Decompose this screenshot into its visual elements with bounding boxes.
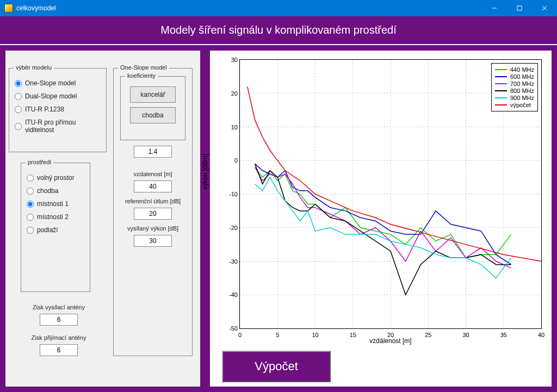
coef-corridor-button[interactable]: chodba bbox=[130, 107, 176, 123]
maximize-button[interactable] bbox=[507, 0, 532, 16]
legend-swatch bbox=[495, 90, 507, 91]
env-radio[interactable] bbox=[27, 227, 34, 234]
env-option[interactable]: chodba bbox=[27, 187, 84, 195]
model-option[interactable]: Dual-Slope model bbox=[15, 92, 101, 100]
compute-button[interactable]: Výpočet bbox=[222, 351, 331, 382]
chart-ytick: 0 bbox=[221, 157, 238, 164]
model-option[interactable]: ITU-R pro přímou viditelnost bbox=[15, 119, 101, 134]
legend-entry: 900 MHz bbox=[495, 95, 534, 101]
model-radio[interactable] bbox=[15, 93, 22, 100]
legend-label: 900 MHz bbox=[510, 95, 534, 101]
rx-gain-label: Zisk přijímací antény bbox=[21, 334, 97, 341]
distance-label: vzdalenost [m] bbox=[119, 171, 187, 177]
title-bar: celkovymodel bbox=[0, 0, 557, 16]
chart-xtick: 10 bbox=[312, 332, 318, 338]
legend-label: 800 MHz bbox=[510, 88, 534, 94]
env-radio-label: chodba bbox=[37, 187, 58, 195]
legend-swatch bbox=[495, 97, 507, 98]
legend-label: 440 MHz bbox=[510, 66, 534, 73]
chart-xtick: 5 bbox=[276, 332, 279, 338]
tx-gain-input[interactable] bbox=[40, 314, 78, 326]
model-option[interactable]: One-Slope model bbox=[15, 79, 101, 87]
chart-ytick: -40 bbox=[221, 291, 238, 298]
page-title: Modely šíření signálu v komplikovaném pr… bbox=[0, 16, 557, 45]
legend-entry: 800 MHz bbox=[495, 88, 534, 94]
refatt-input[interactable] bbox=[134, 208, 172, 220]
close-button[interactable] bbox=[532, 0, 557, 16]
txpow-label: vysílaný výkon [dB] bbox=[119, 225, 187, 232]
env-option[interactable]: místnosti 1 bbox=[27, 200, 84, 208]
chart-ytick: -10 bbox=[221, 191, 238, 197]
minimize-button[interactable] bbox=[482, 0, 507, 16]
coef-value-input[interactable] bbox=[134, 146, 172, 158]
chart-axes[interactable]: 440 MHz600 MHz700 MHz800 MHz900 MHzvýpoč… bbox=[239, 59, 542, 329]
coef-group: koeficienty kancelář chodba bbox=[120, 76, 185, 140]
env-option[interactable]: podlaží bbox=[27, 226, 84, 234]
env-radio[interactable] bbox=[27, 214, 34, 221]
content-area: výběr modelu One-Slope modelDual-Slope m… bbox=[0, 45, 557, 392]
legend-swatch bbox=[495, 83, 507, 84]
env-option[interactable]: volný prostor bbox=[27, 174, 84, 182]
chart-ytick: 20 bbox=[221, 90, 238, 97]
coef-legend: koeficienty bbox=[125, 72, 158, 79]
environment-group: prostředí volný prostorchodbamístnosti 1… bbox=[21, 163, 90, 292]
chart-xtick: 15 bbox=[350, 332, 356, 338]
env-radio[interactable] bbox=[27, 175, 34, 182]
chart-ylabel: výkon [dBm] bbox=[201, 154, 209, 190]
refatt-label: referenční útlum [dB] bbox=[119, 198, 187, 204]
distance-input[interactable] bbox=[134, 181, 172, 192]
model-option[interactable]: ITU-R P.1238 bbox=[15, 105, 101, 113]
app-icon bbox=[4, 4, 13, 13]
model-radio[interactable] bbox=[15, 123, 22, 130]
tx-gain-label: Zisk vysílací antény bbox=[21, 304, 97, 310]
chart-xtick: 35 bbox=[500, 332, 507, 338]
legend-swatch bbox=[495, 104, 507, 105]
model-radio-label: ITU-R P.1238 bbox=[25, 105, 64, 113]
model-group-legend: výběr modelu bbox=[14, 64, 54, 71]
env-radio-label: volný prostor bbox=[37, 174, 75, 182]
legend-swatch bbox=[495, 76, 507, 77]
model-radio-label: ITU-R pro přímou viditelnost bbox=[25, 119, 101, 134]
env-radio-label: podlaží bbox=[37, 226, 58, 234]
chart-ytick: 30 bbox=[221, 57, 238, 63]
txpow-input[interactable] bbox=[134, 235, 172, 247]
env-radio-label: místnosti 2 bbox=[37, 213, 69, 221]
svg-rect-1 bbox=[517, 6, 522, 10]
window-title: celkovymodel bbox=[16, 4, 482, 12]
env-radio[interactable] bbox=[27, 188, 34, 195]
chart-legend: 440 MHz600 MHz700 MHz800 MHz900 MHzvýpoč… bbox=[491, 63, 538, 111]
oneslope-legend: One-Slope model bbox=[118, 64, 169, 71]
chart-xtick: 20 bbox=[387, 332, 394, 338]
legend-label: výpočet bbox=[510, 102, 531, 108]
right-panel-inner: výkon [dBm] 440 MHz600 MHz700 MHz800 MHz… bbox=[210, 51, 552, 387]
chart-container: výkon [dBm] 440 MHz600 MHz700 MHz800 MHz… bbox=[215, 54, 546, 347]
model-select-group: výběr modelu One-Slope modelDual-Slope m… bbox=[9, 68, 107, 152]
model-radio-label: One-Slope model bbox=[25, 79, 76, 87]
model-radio[interactable] bbox=[15, 106, 22, 113]
right-panel: výkon [dBm] 440 MHz600 MHz700 MHz800 MHz… bbox=[206, 45, 557, 392]
chart-xtick: 0 bbox=[238, 332, 242, 338]
oneslope-group: One-Slope model koeficienty kancelář cho… bbox=[113, 68, 193, 356]
chart-xlabel: vzdálenost [m] bbox=[369, 337, 411, 345]
chart-ytick: 10 bbox=[221, 124, 238, 130]
env-radio[interactable] bbox=[27, 201, 34, 208]
legend-entry: 440 MHz bbox=[495, 66, 534, 73]
legend-swatch bbox=[495, 69, 507, 70]
chart-ytick: -30 bbox=[221, 258, 238, 265]
left-panel-inner: výběr modelu One-Slope modelDual-Slope m… bbox=[5, 51, 200, 387]
env-radio-label: místnosti 1 bbox=[37, 200, 69, 208]
chart-xtick: 40 bbox=[538, 332, 544, 338]
env-option[interactable]: místnosti 2 bbox=[27, 213, 84, 221]
model-radio-label: Dual-Slope model bbox=[25, 92, 77, 100]
legend-entry: 700 MHz bbox=[495, 80, 534, 87]
left-panel: výběr modelu One-Slope modelDual-Slope m… bbox=[0, 45, 206, 392]
chart-xtick: 30 bbox=[462, 332, 469, 338]
rx-gain-input[interactable] bbox=[40, 344, 78, 356]
legend-label: 600 MHz bbox=[510, 73, 534, 80]
coef-office-button[interactable]: kancelář bbox=[130, 86, 176, 103]
model-radio[interactable] bbox=[15, 80, 22, 87]
legend-entry: výpočet bbox=[495, 102, 534, 108]
chart-ytick: -20 bbox=[221, 225, 238, 231]
app-window: celkovymodel Modely šíření signálu v kom… bbox=[0, 0, 557, 392]
legend-entry: 600 MHz bbox=[495, 73, 534, 80]
